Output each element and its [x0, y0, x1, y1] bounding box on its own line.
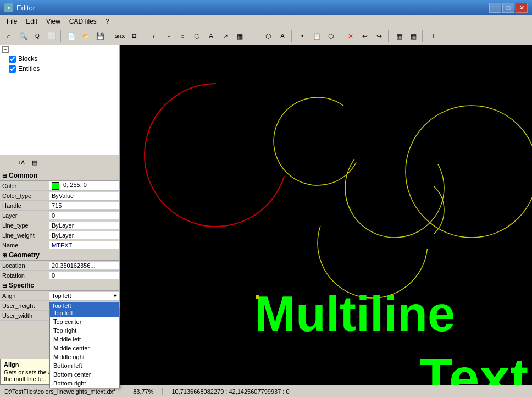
toolbar-sep-7: [422, 30, 424, 42]
toolbar-text[interactable]: A: [204, 30, 218, 43]
tree-item-root: −: [0, 45, 119, 54]
menu-cad-files[interactable]: CAD files: [65, 16, 101, 26]
toolbar-zoom-out[interactable]: Q: [31, 30, 44, 43]
prop-btn-categorize[interactable]: ≡: [2, 157, 14, 169]
toolbar-copy[interactable]: 📋: [310, 30, 323, 43]
toolbar-point[interactable]: •: [296, 30, 309, 43]
toolbar-grid1[interactable]: ▦: [392, 30, 406, 43]
toolbar-mtext[interactable]: A: [276, 30, 289, 43]
title-bar: ✦ Editor − □ ✕: [0, 0, 532, 15]
prop-row-lineweight: Line_weight ByLayer: [0, 230, 119, 240]
toolbar-home[interactable]: ⌂: [2, 30, 15, 43]
prop-value-align[interactable]: Top left ▼: [49, 292, 119, 300]
prop-value-color[interactable]: 0; 255; 0: [49, 181, 119, 190]
tree-item-blocks[interactable]: Blocks: [0, 54, 119, 64]
prop-label-lineweight: Line_weight: [0, 231, 49, 239]
prop-label-userheight: User_height: [0, 302, 49, 310]
toolbar-undo[interactable]: ↩: [358, 30, 372, 43]
canvas-area[interactable]: [120, 45, 532, 385]
left-panel: − Blocks Entities ≡ ↕A ▤ ⊟ Commo: [0, 45, 120, 385]
toolbar-poly[interactable]: ⬡: [190, 30, 203, 43]
dropdown-option-topleft[interactable]: Top left: [50, 308, 119, 317]
toolbar-block[interactable]: □: [247, 30, 261, 43]
dropdown-option-middleleft[interactable]: Middle left: [50, 335, 119, 344]
prop-value-rotation[interactable]: 0: [49, 272, 119, 279]
prop-value-layer[interactable]: 0: [49, 212, 119, 219]
prop-label-userwidth: User_width: [0, 312, 49, 319]
align-dropdown-arrow[interactable]: ▼: [111, 293, 119, 299]
app-icon: ✦: [4, 3, 13, 12]
status-file: D:\TestFiles\colors_lineweights_mtext.dx…: [4, 388, 115, 395]
prop-row-color: Color 0; 255; 0: [0, 181, 119, 191]
tree-checkbox-entities[interactable]: [9, 65, 16, 73]
prop-row-align: Align Top left ▼: [0, 291, 119, 301]
maximize-button[interactable]: □: [502, 3, 514, 13]
toolbar-sep-6: [388, 30, 390, 42]
tree-checkbox-blocks[interactable]: [9, 56, 16, 63]
status-sep-1: [124, 388, 124, 395]
toolbar-delete[interactable]: ✕: [344, 30, 357, 43]
minimize-button[interactable]: −: [489, 3, 501, 13]
toolbar-hatch[interactable]: ▦: [233, 30, 246, 43]
close-button[interactable]: ✕: [516, 3, 528, 13]
section-specific-label: Specific: [9, 282, 34, 289]
dropdown-option-bottomleft[interactable]: Bottom left: [50, 361, 119, 370]
toolbar-zoom-in[interactable]: 🔍: [16, 30, 30, 43]
prop-value-lineweight[interactable]: ByLayer: [49, 231, 119, 239]
prop-value-name[interactable]: MTEXT: [49, 241, 119, 249]
prop-value-linetype[interactable]: ByLayer: [49, 222, 119, 229]
dropdown-option-middlecenter[interactable]: Middle center: [50, 344, 119, 352]
title-controls: − □ ✕: [489, 3, 528, 13]
prop-btn-sort[interactable]: ↕A: [15, 157, 27, 169]
section-geometry[interactable]: ⊞ Geometry: [0, 250, 119, 261]
prop-row-colortype: Color_type ByValue: [0, 191, 119, 201]
toolbar-img[interactable]: 🖼: [128, 30, 141, 43]
toolbar-redo[interactable]: ↪: [373, 30, 386, 43]
prop-value-location[interactable]: 20.350162356...: [49, 262, 119, 269]
section-specific-icon: ⊟: [2, 283, 7, 289]
tree-item-entities[interactable]: Entities: [0, 64, 119, 74]
toolbar-dim[interactable]: ↗: [219, 30, 232, 43]
dropdown-option-topcenter[interactable]: Top center: [50, 317, 119, 326]
tree-expand-root[interactable]: −: [2, 46, 9, 53]
window-title: Editor: [16, 4, 35, 12]
menu-edit[interactable]: Edit: [21, 16, 42, 26]
section-specific[interactable]: ⊟ Specific: [0, 280, 119, 291]
tree-label-blocks: Blocks: [18, 55, 37, 63]
dropdown-option-middleright[interactable]: Middle right: [50, 352, 119, 361]
prop-label-linetype: Line_type: [0, 222, 49, 229]
color-swatch: [52, 182, 59, 190]
toolbar-fit[interactable]: ⬜: [45, 30, 58, 43]
prop-row-rotation: Rotation 0: [0, 271, 119, 280]
menu-file[interactable]: File: [2, 16, 21, 26]
toolbar-new[interactable]: 📄: [65, 30, 78, 43]
dropdown-option-bottomright[interactable]: Bottom right: [50, 379, 119, 385]
toolbar-circle[interactable]: ○: [176, 30, 189, 43]
status-coords: 10,7136668082279 : 42,1425607799937 : 0: [171, 388, 289, 395]
prop-row-name: Name MTEXT: [0, 240, 119, 250]
section-common[interactable]: ⊟ Common: [0, 170, 119, 181]
section-geometry-label: Geometry: [9, 251, 40, 259]
section-geometry-icon: ⊞: [2, 252, 7, 258]
toolbar-line[interactable]: /: [147, 30, 160, 43]
prop-value-handle[interactable]: 715: [49, 202, 119, 209]
toolbar-perp[interactable]: ⊥: [426, 30, 440, 43]
align-value-text: Top left: [49, 292, 111, 300]
toolbar-save[interactable]: 💾: [93, 30, 107, 43]
menu-help[interactable]: ?: [101, 16, 114, 26]
prop-value-colortype[interactable]: ByValue: [49, 192, 119, 200]
toolbar-paste[interactable]: ⬡: [324, 30, 337, 43]
toolbar-attrib[interactable]: ⬡: [262, 30, 275, 43]
toolbar-grid2[interactable]: ▦: [407, 30, 420, 43]
prop-btn-scroll[interactable]: ▤: [29, 157, 41, 169]
toolbar-open[interactable]: 📂: [79, 30, 92, 43]
toolbar-arc[interactable]: ~: [162, 30, 175, 43]
dropdown-option-topright[interactable]: Top right: [50, 326, 119, 335]
drawing-canvas[interactable]: [120, 45, 532, 385]
menu-view[interactable]: View: [42, 16, 65, 26]
prop-label-layer: Layer: [0, 212, 49, 219]
status-zoom: 83,77%: [133, 388, 153, 395]
prop-row-location: Location 20.350162356...: [0, 261, 119, 271]
toolbar-shx[interactable]: SHX: [113, 30, 126, 43]
dropdown-option-bottomcenter[interactable]: Bottom center: [50, 370, 119, 379]
